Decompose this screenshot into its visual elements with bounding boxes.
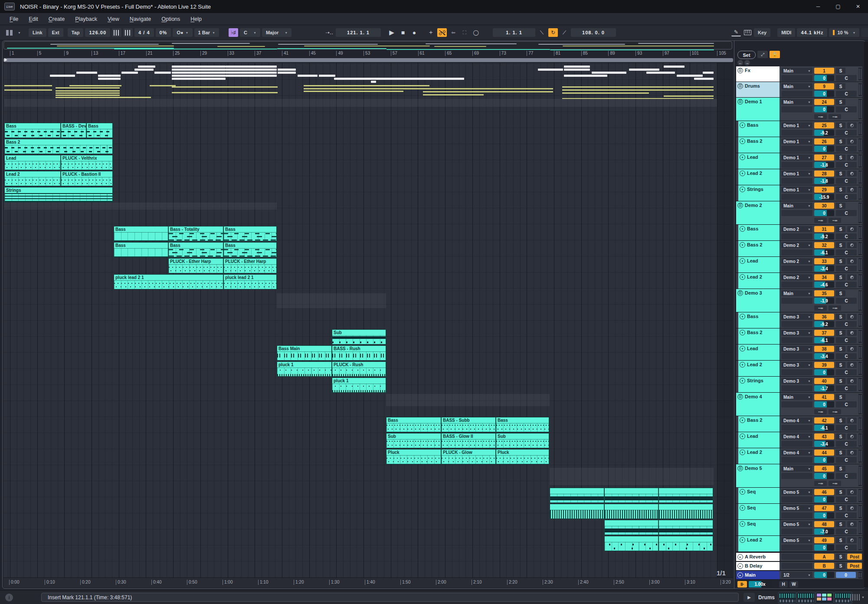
routing-selector[interactable]: Demo 1▼ [781,187,812,193]
volume-field[interactable]: -1.7 [814,385,834,391]
arm-button[interactable] [847,274,857,280]
arm-button[interactable] [847,171,857,177]
solo-button[interactable]: S [836,314,845,320]
track-name-cell[interactable]: ▾Lead 2 [738,273,780,289]
track-name-cell[interactable]: ▾Lead [738,153,780,169]
clip[interactable]: pluck lead 2 1 [114,274,223,289]
solo-button[interactable]: S [836,378,845,384]
monitor-box[interactable] [781,473,812,479]
volume-field[interactable]: 0 [814,545,834,551]
track-name-cell[interactable]: ▾Lead [738,345,780,360]
track-number[interactable]: 45 [814,466,834,472]
device-thumbnail[interactable] [778,592,796,604]
volume-field[interactable]: 0 [814,146,834,152]
volume-field[interactable]: -1.9 [814,298,834,304]
track-row[interactable]: ▾BassDemo 3▼36S-9.2C [736,312,862,328]
back-arrow-button[interactable]: ← [737,60,743,66]
session-record-icon[interactable]: ◯ [471,28,481,37]
arm-button[interactable] [847,346,857,352]
solo-button[interactable]: S [836,563,845,569]
solo-button[interactable]: S [836,554,845,560]
track-row[interactable]: ▾Bass 2Demo 4▼42S-6.1C [736,416,862,432]
capture-frame-icon[interactable]: ⛶ [460,28,469,37]
crossfade-button[interactable]: C [836,528,857,535]
send-b-field[interactable]: −∞ [829,409,841,414]
track-name-cell[interactable]: ▾Seq [738,504,780,519]
send-b-field[interactable]: −∞ [829,114,841,119]
punch-in-icon[interactable]: ⟍ [537,28,547,37]
track-row[interactable]: ▾SeqDemo 5▼48S-7.0C [736,520,862,536]
crossfade-button[interactable]: C [836,337,857,343]
track-name-cell[interactable]: ▾Strings [738,377,780,392]
volume-field[interactable]: -3.4 [814,266,834,272]
arm-button[interactable] [847,417,857,423]
track-name-cell[interactable]: Demo 5 [736,464,780,487]
clip[interactable] [604,488,658,503]
arm-button[interactable] [847,258,857,264]
crossfade-button[interactable]: C [836,106,857,112]
track-number[interactable]: 44 [814,450,834,456]
send-a-field[interactable]: −∞ [814,409,827,414]
send-b-field[interactable]: −∞ [829,305,841,311]
clip[interactable]: PLUCK - Rush [332,361,386,377]
track-name-cell[interactable]: ▾Lead 2 [738,536,780,551]
track-name-cell[interactable]: ▸Main [736,571,780,579]
monitor-box[interactable] [781,162,812,168]
clip[interactable]: Bass [223,226,277,241]
arm-button[interactable] [847,450,857,456]
arm-button[interactable] [847,433,857,440]
clip[interactable]: Bass [114,226,168,241]
forward-arrow-button[interactable]: → [744,60,750,66]
clip[interactable]: Bass [223,242,277,257]
nudge-down-icon[interactable] [112,28,121,37]
arrangement-overview[interactable] [3,41,732,49]
post-button[interactable]: Post [847,563,862,569]
crossfade-button[interactable]: C [836,266,857,272]
transport-left-caret-icon[interactable]: ▼ [18,31,21,34]
solo-button[interactable]: S [836,154,845,161]
monitor-box[interactable] [781,401,812,407]
track-row[interactable]: ▾Lead 2Demo 5▼49S0C [736,536,862,552]
minimize-button[interactable]: ─ [808,0,828,13]
device-thumbnail[interactable] [797,592,815,604]
track-number[interactable]: 25 [814,122,834,128]
track-number[interactable]: 49 [814,537,834,543]
link-button[interactable]: Link [29,28,46,37]
volume-field[interactable]: 0 [814,106,834,112]
crossfade-button[interactable]: C [836,194,857,200]
midi-map-button[interactable]: MIDI [777,28,795,37]
cpu-meter[interactable]: 10 %▼ [829,28,859,37]
track-row[interactable]: Demo 4Main▼41S0C−∞−∞ [736,393,862,416]
track-name-cell[interactable]: ▾Lead [738,432,780,448]
arm-button[interactable] [847,537,857,543]
scale-name-menu[interactable]: Major▼ [262,28,292,37]
crossfade-button[interactable]: C [836,369,857,375]
track-row[interactable]: ▾LeadDemo 3▼38S-3.4C [736,345,862,361]
track-name-cell[interactable]: ▸B Delay [736,562,780,570]
track-row[interactable]: ▾StringsDemo 3▼40S-1.7C [736,377,862,393]
track-name-cell[interactable]: Fx [736,66,780,82]
panel-controls-row[interactable]: ⊪1.00xHW [736,581,862,588]
tempo-field[interactable]: 126.00 [85,28,110,37]
monitor-box[interactable] [781,457,812,463]
volume-field[interactable]: -3.4 [814,353,834,359]
track-number[interactable]: 27 [814,154,834,161]
menu-item-navigate[interactable]: Navigate [124,16,156,22]
automation-mode-button[interactable] [437,28,447,37]
track-row[interactable]: ▾Bass 2Demo 1▼26S0C [736,137,862,153]
crossfade-button[interactable]: C [836,146,857,152]
track-row[interactable]: ▾Bass 2Demo 2▼32S-6.1C [736,241,862,257]
volume-field[interactable]: -6.1 [814,337,834,343]
clip[interactable]: Sub [496,433,549,448]
audition-button[interactable]: ⊪ [737,581,747,588]
clip[interactable] [550,488,604,503]
time-ruler[interactable]: 0:000:100:200:300:400:501:001:101:201:30… [3,578,733,588]
crossfade-button[interactable]: C [836,473,857,479]
track-number[interactable]: 29 [814,187,834,193]
crossfade-button[interactable]: C [836,545,857,551]
routing-selector[interactable]: Demo 3▼ [781,378,812,384]
track-name-cell[interactable]: ▾Bass [738,121,780,137]
send-a-field[interactable]: −∞ [814,114,827,119]
routing-selector[interactable]: Demo 1▼ [781,154,812,161]
solo-button[interactable]: S [836,274,845,280]
